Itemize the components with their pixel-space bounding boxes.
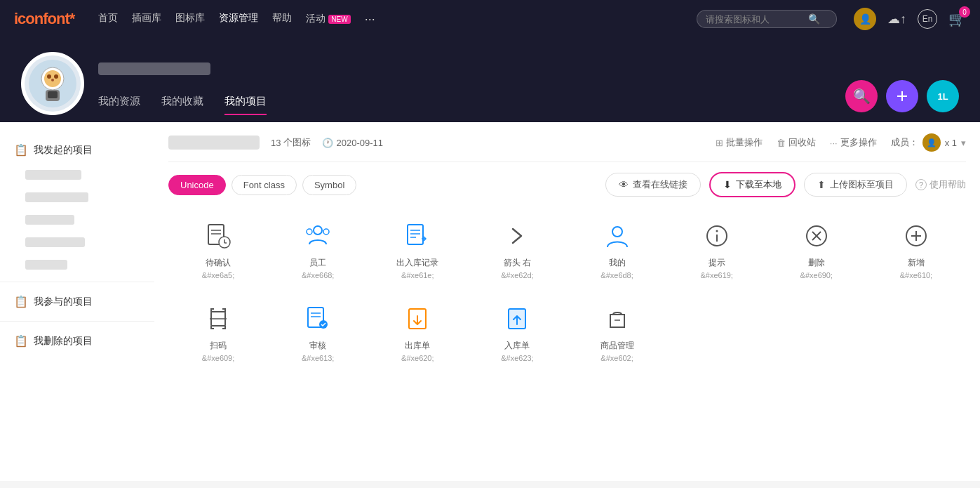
nav-home[interactable]: 首页 (98, 12, 118, 27)
recycle-icon: 🗑 (777, 138, 786, 148)
svg-rect-19 (408, 225, 423, 244)
search-bar[interactable]: 🔍 (697, 10, 837, 28)
top-navigation: iconfont* 首页 插画库 图标库 资源管理 帮助 活动 NEW ··· … (0, 0, 980, 38)
sidebar-project-item-5[interactable] (0, 253, 154, 276)
help-circle-icon: ? (915, 179, 927, 190)
cart-badge: 0 (959, 6, 970, 18)
member-avatar[interactable]: 👤 (922, 133, 941, 152)
icon-code-pending: &#xe6a5; (202, 271, 234, 279)
more-operations[interactable]: ··· 更多操作 (830, 136, 877, 149)
content-area: 13 个图标 🕐 2020-09-11 ⊞ 批量操作 🗑 回收站 ··· 更多操… (154, 122, 980, 481)
search-input[interactable] (706, 14, 804, 25)
profile-name (98, 62, 210, 75)
icon-product-manage[interactable]: 商品管理 &#xe602; (568, 290, 667, 373)
icon-label-outbound: 出库单 (405, 340, 430, 352)
sidebar: 📋 我发起的项目 📋 我参与的项目 📋 我删除的项目 (0, 122, 154, 481)
icon-scan[interactable]: 扫码 &#xe609; (168, 290, 268, 373)
icon-outbound[interactable]: 出库单 &#xe620; (368, 290, 467, 373)
icon-staff[interactable]: 员工 &#xe668; (268, 207, 368, 290)
outbound-icon (403, 305, 431, 333)
deleted-label: 我删除的项目 (34, 335, 93, 348)
add-action-button[interactable] (886, 80, 918, 112)
icon-inout-record[interactable]: 出入库记录 &#xe61e; (368, 207, 467, 290)
main-layout: 📋 我发起的项目 📋 我参与的项目 📋 我删除的项目 (0, 122, 980, 481)
review-icon (304, 305, 332, 333)
icon-label-pending: 待确认 (206, 257, 231, 269)
icon-label-inout: 出入库记录 (396, 257, 438, 269)
svg-point-16 (314, 226, 322, 235)
font-class-tab[interactable]: Font class (231, 175, 297, 195)
search-icon: 🔍 (808, 13, 820, 25)
nav-resource-manage[interactable]: 资源管理 (219, 12, 258, 27)
icon-arrow-right[interactable]: 箭头 右 &#xe62d; (467, 207, 567, 290)
sidebar-deleted-projects[interactable]: 📋 我删除的项目 (0, 327, 154, 355)
tab-my-projects[interactable]: 我的项目 (224, 89, 267, 115)
profile-tabs: 我的资源 我的收藏 我的项目 (98, 89, 831, 115)
batch-icon: ⊞ (716, 138, 723, 148)
search-action-button[interactable]: 🔍 (845, 80, 878, 112)
logo[interactable]: iconfont* (14, 10, 74, 28)
language-switch[interactable]: En (918, 9, 937, 29)
download-icon: ⬇ (723, 179, 732, 190)
sidebar-participated-projects[interactable]: 📋 我参与的项目 (0, 288, 154, 315)
tab-my-collections[interactable]: 我的收藏 (161, 89, 203, 115)
new-badge: NEW (328, 15, 350, 24)
user-count-button[interactable]: 1L (927, 80, 959, 112)
sidebar-project-item-4[interactable] (0, 231, 154, 253)
icon-inbound[interactable]: 入库单 &#xe623; (467, 290, 567, 373)
svg-rect-9 (897, 95, 907, 97)
icon-mine[interactable]: 我的 &#xe6d8; (568, 207, 667, 290)
sidebar-divider-1 (0, 282, 154, 282)
mine-icon (603, 222, 631, 250)
inbound-icon (503, 305, 531, 333)
nav-right-actions: 👤 ☁↑ En 🛒 0 (854, 8, 966, 30)
my-projects-icon: 📋 (14, 143, 28, 157)
icon-tip[interactable]: 提示 &#xe619; (667, 207, 767, 290)
nav-more[interactable]: ··· (365, 12, 375, 27)
icon-label-review: 审核 (309, 340, 326, 352)
recycle-bin[interactable]: 🗑 回收站 (777, 136, 816, 149)
sidebar-project-item-2[interactable] (0, 186, 154, 209)
icon-code-tip: &#xe619; (700, 271, 732, 279)
expand-icon[interactable]: ▾ (961, 138, 966, 148)
icon-review[interactable]: 审核 &#xe613; (268, 290, 368, 373)
nav-illustration[interactable]: 插画库 (132, 12, 161, 27)
icon-add[interactable]: 新增 &#xe610; (866, 207, 966, 290)
sidebar-project-item-3[interactable] (0, 209, 154, 231)
svg-point-4 (54, 74, 58, 79)
profile-avatar[interactable] (21, 52, 84, 115)
nav-icon-library[interactable]: 图标库 (175, 12, 205, 27)
download-local-button[interactable]: ⬇ 下载至本地 (709, 172, 796, 197)
logo-text: iconfont (14, 10, 69, 27)
nav-activity[interactable]: 活动 NEW (306, 12, 350, 27)
symbol-tab[interactable]: Symbol (302, 175, 356, 195)
format-tabs-row: Unicode Font class Symbol 👁 查看在线链接 ⬇ 下载至… (168, 162, 966, 207)
upload-icon[interactable]: ☁↑ (887, 11, 906, 27)
icon-delete[interactable]: 删除 &#xe690; (767, 207, 866, 290)
svg-point-17 (307, 229, 312, 235)
tip-icon (703, 222, 731, 250)
sidebar-divider-2 (0, 321, 154, 322)
tabs-actions: 👁 查看在线链接 ⬇ 下载至本地 ⬆ 上传图标至项目 ? 使用帮助 (605, 172, 966, 197)
unicode-tab[interactable]: Unicode (168, 175, 226, 195)
icon-label-mine: 我的 (609, 257, 626, 269)
batch-operation[interactable]: ⊞ 批量操作 (716, 136, 763, 149)
sidebar-project-item-1[interactable] (0, 164, 154, 186)
user-avatar[interactable]: 👤 (854, 8, 876, 30)
tab-my-resources[interactable]: 我的资源 (98, 89, 140, 115)
nav-help[interactable]: 帮助 (272, 12, 292, 27)
help-link[interactable]: ? 使用帮助 (915, 178, 966, 191)
pending-icon (204, 222, 232, 250)
cart-button[interactable]: 🛒 0 (948, 11, 966, 27)
view-online-button[interactable]: 👁 查看在线链接 (605, 173, 701, 197)
icon-count: 13 个图标 (271, 136, 311, 149)
sidebar-my-projects[interactable]: 📋 我发起的项目 (0, 136, 154, 164)
icon-code-staff: &#xe668; (302, 271, 334, 279)
help-label: 使用帮助 (929, 178, 966, 191)
delete-icon (803, 222, 831, 250)
upload-to-project-button[interactable]: ⬆ 上传图标至项目 (804, 173, 907, 197)
icon-pending[interactable]: 待确认 &#xe6a5; (168, 207, 268, 290)
avatar-image (25, 55, 81, 112)
icon-count-number: 13 (271, 138, 281, 148)
icon-count-unit: 个图标 (283, 136, 311, 149)
